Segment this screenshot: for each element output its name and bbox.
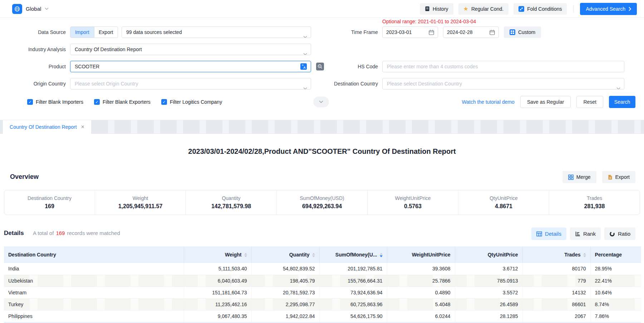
history-label: History xyxy=(433,6,448,12)
view-details-button[interactable]: Details xyxy=(531,227,566,240)
cell-quantity: 54,802,839.52 xyxy=(251,263,319,275)
stat-label: Quantity xyxy=(222,195,240,201)
cell-weightunitprice: 5.4048 xyxy=(387,298,455,310)
data-source-select[interactable]: 99 data sources selected xyxy=(122,26,311,38)
column-header-trades[interactable]: Trades xyxy=(522,246,590,263)
end-date-value: 2024-02-28 xyxy=(447,29,473,35)
sort-arrows-icon[interactable] xyxy=(583,253,586,257)
column-header-percentage: Percentage xyxy=(590,246,641,263)
reset-button[interactable]: Reset xyxy=(576,96,603,108)
translate-icon[interactable]: A xyxy=(300,63,307,70)
table-header-row: Destination CountryWeightQuantitySumOfMo… xyxy=(4,246,641,263)
sort-arrows-icon[interactable] xyxy=(244,253,247,257)
table-row-philippines: Philippines9,067,480.351,942,022.8454,62… xyxy=(4,310,641,322)
checkbox-checked-icon[interactable]: ✓ xyxy=(94,99,100,105)
stat-label: Trades xyxy=(587,195,602,201)
stat-label: Destination Country xyxy=(28,195,72,201)
view-details-label: Details xyxy=(545,231,561,237)
stat-sumofmoney-usd: SumOfMoney(USD)694,929,263.94 xyxy=(276,190,367,215)
view-rank-label: Rank xyxy=(583,231,596,237)
export-button[interactable]: Export xyxy=(602,171,635,183)
export-icon xyxy=(608,175,613,180)
hs-code-input[interactable] xyxy=(382,61,624,72)
form-actions: Watch the tutorial demo Save as Regular … xyxy=(462,96,635,108)
stat-label: WeightUnitPrice xyxy=(395,195,431,201)
product-input[interactable] xyxy=(70,61,311,72)
close-icon[interactable]: × xyxy=(81,124,84,130)
column-header-destination-country: Destination Country xyxy=(4,246,184,263)
cell-quantity: 2,295,098.77 xyxy=(251,298,319,310)
stat-quantity: Quantity142,781,579.98 xyxy=(186,190,276,215)
fold-icon xyxy=(518,6,524,12)
column-header-weight[interactable]: Weight xyxy=(184,246,251,263)
origin-country-placeholder: Please select Origin Country xyxy=(75,81,138,87)
tab-label: Country Of Destination Report xyxy=(10,124,77,130)
column-header-quantity[interactable]: Quantity xyxy=(251,246,319,263)
import-tab[interactable]: Import xyxy=(70,27,94,38)
view-rank-button[interactable]: Rank xyxy=(570,227,601,240)
hs-code-label: HS Code xyxy=(315,61,378,72)
report-title: 2023/03/01-2024/02/28,Product AND"SCOOTE… xyxy=(0,147,644,156)
merge-button[interactable]: Merge xyxy=(562,171,596,183)
advanced-search-button[interactable]: Advanced Search xyxy=(580,3,637,15)
sort-arrows-icon[interactable] xyxy=(312,253,315,257)
view-ratio-button[interactable]: Ratio xyxy=(604,227,635,240)
cell-weightunitprice: 25.7866 xyxy=(387,275,455,287)
cell-trades: 86601 xyxy=(522,298,590,310)
top-bar: Global History ★ Regular Cond. Fold Cond… xyxy=(0,0,644,18)
data-source-label: Data Source xyxy=(0,26,66,38)
total-count: 169 xyxy=(54,230,67,236)
chevron-down-icon xyxy=(303,48,307,55)
custom-icon xyxy=(510,29,515,35)
regular-cond-label: Regular Cond. xyxy=(471,6,503,12)
fold-conditions-button[interactable]: Fold Conditions xyxy=(513,3,567,15)
checkbox-checked-icon[interactable]: ✓ xyxy=(27,99,33,105)
chevron-down-icon xyxy=(303,83,307,89)
history-icon xyxy=(425,6,430,11)
cell-trades: 2067 xyxy=(522,310,590,322)
cell-country: Turkey xyxy=(4,298,184,310)
stat-label: Weight xyxy=(133,195,148,201)
export-label: Export xyxy=(615,174,630,180)
save-as-regular-button[interactable]: Save as Regular xyxy=(520,96,571,108)
destination-country-select[interactable]: Please select Destination Country xyxy=(382,78,624,89)
table-row-uzbekistan: Uzbekistan6,040,603.49198,405.79155,766,… xyxy=(4,275,641,287)
table-body: India5,111,503.4054,802,839.52201,192,78… xyxy=(4,263,641,322)
destination-country-placeholder: Please select Destination Country xyxy=(387,81,462,87)
column-label: Destination Country xyxy=(8,252,56,258)
checkbox-filter-blank-importers[interactable]: ✓Filter Blank Importers xyxy=(27,99,83,105)
checkbox-checked-icon[interactable]: ✓ xyxy=(161,99,167,105)
column-header-sumofmoney-u[interactable]: SumOfMoney(U... xyxy=(319,246,387,263)
tutorial-link[interactable]: Watch the tutorial demo xyxy=(462,99,515,105)
history-button[interactable]: History xyxy=(420,3,453,15)
custom-range-button[interactable]: Custom xyxy=(504,26,541,38)
collapse-form-button[interactable] xyxy=(313,97,329,107)
stat-weight: Weight1,205,945,911.57 xyxy=(95,190,186,215)
regular-cond-button[interactable]: ★ Regular Cond. xyxy=(458,3,509,15)
cell-weightunitprice: 6.0244 xyxy=(387,310,455,322)
industry-analysis-label: Industry Analysis xyxy=(0,44,66,55)
sort-arrows-icon[interactable] xyxy=(380,253,383,257)
calendar-icon xyxy=(429,30,434,35)
cell-weight: 151,181,604.73 xyxy=(184,287,251,298)
bar-chart-icon xyxy=(575,231,580,236)
column-label: Trades xyxy=(564,252,580,258)
origin-country-select[interactable]: Please select Origin Country xyxy=(70,78,311,89)
cell-qtyunitprice: 26.4589 xyxy=(455,298,522,310)
search-button[interactable]: Search xyxy=(609,96,635,108)
tab-country-of-destination-report[interactable]: Country Of Destination Report × xyxy=(3,120,92,134)
checkbox-filter-blank-exporters[interactable]: ✓Filter Blank Exporters xyxy=(94,99,151,105)
cell-percentage: 8.74% xyxy=(590,298,641,310)
checkbox-filter-logitics-company[interactable]: ✓Filter Logitics Company xyxy=(161,99,222,105)
cell-percentage: 7.86% xyxy=(590,310,641,322)
start-date-input[interactable]: 2023-03-01 xyxy=(382,26,438,38)
view-ratio-label: Ratio xyxy=(618,231,630,237)
topbar-actions: History ★ Regular Cond. Fold Conditions … xyxy=(420,3,637,15)
industry-analysis-select[interactable]: Country Of Destination Report xyxy=(70,44,311,55)
end-date-input[interactable]: 2024-02-28 xyxy=(443,26,499,38)
cell-sumofmoney-u: 201,192,785.81 xyxy=(319,263,387,275)
table-row-turkey: Turkey11,235,462.162,295,098.7760,725,86… xyxy=(4,298,641,310)
search-form: Optional range: 2021-01-01 to 2024-03-04… xyxy=(0,18,644,120)
region-selector[interactable]: Global xyxy=(12,4,49,14)
export-tab[interactable]: Export xyxy=(94,27,118,38)
